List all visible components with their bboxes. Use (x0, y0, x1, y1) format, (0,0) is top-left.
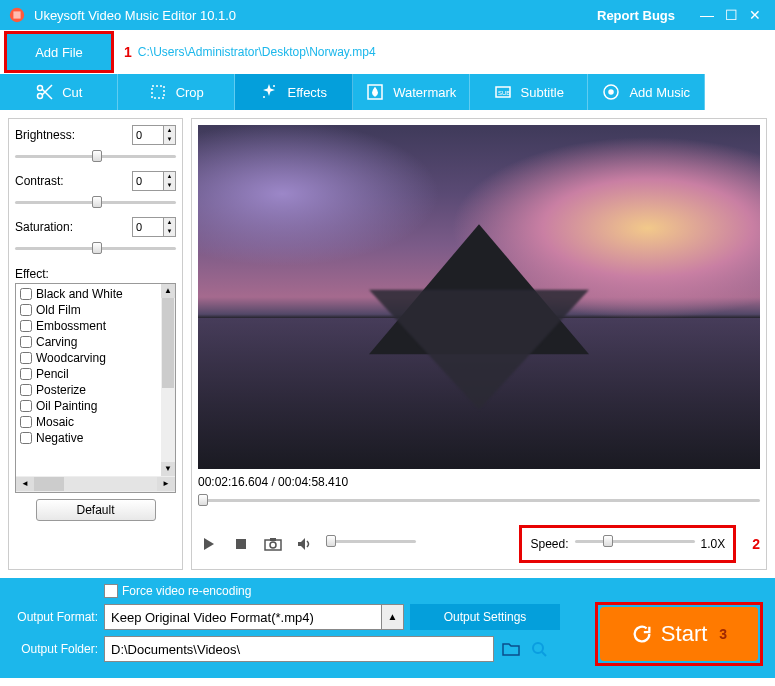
effect-item[interactable]: Oil Painting (18, 398, 159, 414)
tab-watermark[interactable]: Watermark (353, 74, 471, 110)
saturation-up[interactable]: ▲ (163, 218, 175, 227)
output-format-value: Keep Original Video Format(*.mp4) (105, 610, 381, 625)
minimize-button[interactable]: — (695, 5, 719, 25)
contrast-up[interactable]: ▲ (163, 172, 175, 181)
subtitle-icon: SUB (493, 82, 513, 102)
effect-checkbox[interactable] (20, 432, 32, 444)
effect-item[interactable]: Mosaic (18, 414, 159, 430)
saturation-slider[interactable] (15, 239, 176, 257)
saturation-input[interactable] (133, 218, 163, 236)
effect-checkbox[interactable] (20, 400, 32, 412)
contrast-spinbox[interactable]: ▲▼ (132, 171, 176, 191)
scroll-thumb[interactable] (162, 298, 174, 388)
effect-checkbox[interactable] (20, 368, 32, 380)
effect-checkbox[interactable] (20, 288, 32, 300)
scroll-left-button[interactable]: ◄ (16, 477, 34, 491)
effect-name: Black and White (36, 287, 123, 301)
default-button[interactable]: Default (36, 499, 156, 521)
effect-checkbox[interactable] (20, 336, 32, 348)
report-bugs-link[interactable]: Report Bugs (597, 8, 675, 23)
saturation-down[interactable]: ▼ (163, 227, 175, 236)
effect-name: Mosaic (36, 415, 74, 429)
brightness-slider[interactable] (15, 147, 176, 165)
stop-button[interactable] (230, 535, 252, 553)
output-format-combo[interactable]: Keep Original Video Format(*.mp4) ▲ (104, 604, 404, 630)
effect-item[interactable]: Carving (18, 334, 159, 350)
tab-subtitle[interactable]: SUB Subtitle (470, 74, 588, 110)
tab-add-music-label: Add Music (629, 85, 690, 100)
scroll-up-button[interactable]: ▲ (161, 284, 175, 298)
app-logo-icon (8, 6, 26, 24)
brightness-input[interactable] (133, 126, 163, 144)
effect-item[interactable]: Embossment (18, 318, 159, 334)
play-button[interactable] (198, 535, 220, 553)
effect-item[interactable]: Pencil (18, 366, 159, 382)
force-reencoding-checkbox[interactable] (104, 584, 118, 598)
effect-item[interactable]: Woodcarving (18, 350, 159, 366)
preview-panel: 00:02:16.604 / 00:04:58.410 Speed: 1.0X … (191, 118, 767, 570)
timecode: 00:02:16.604 / 00:04:58.410 (198, 475, 760, 489)
contrast-input[interactable] (133, 172, 163, 190)
tab-cut[interactable]: Cut (0, 74, 118, 110)
output-settings-button[interactable]: Output Settings (410, 604, 560, 630)
sparkle-icon (259, 82, 279, 102)
output-format-label: Output Format: (10, 610, 98, 624)
effect-checkbox[interactable] (20, 352, 32, 364)
combo-dropdown-icon[interactable]: ▲ (381, 605, 403, 629)
add-file-button[interactable]: Add File (7, 34, 111, 70)
snapshot-button[interactable] (262, 535, 284, 553)
svg-rect-1 (13, 11, 20, 18)
app-title: Ukeysoft Video Music Editor 10.1.0 (34, 8, 597, 23)
effect-name: Posterize (36, 383, 86, 397)
contrast-slider[interactable] (15, 193, 176, 211)
saturation-spinbox[interactable]: ▲▼ (132, 217, 176, 237)
volume-button[interactable] (294, 535, 316, 553)
contrast-down[interactable]: ▼ (163, 181, 175, 190)
seek-slider[interactable] (198, 491, 760, 509)
volume-slider[interactable] (326, 532, 416, 550)
brightness-label: Brightness: (15, 128, 132, 142)
refresh-icon (631, 623, 653, 645)
effect-item[interactable]: Black and White (18, 286, 159, 302)
effect-item[interactable]: Negative (18, 430, 159, 446)
effect-checkbox[interactable] (20, 304, 32, 316)
brightness-spinbox[interactable]: ▲▼ (132, 125, 176, 145)
contrast-label: Contrast: (15, 174, 132, 188)
svg-point-14 (270, 542, 276, 548)
effect-item[interactable]: Posterize (18, 382, 159, 398)
brightness-up[interactable]: ▲ (163, 126, 175, 135)
effect-vscrollbar[interactable]: ▲ ▼ (161, 284, 175, 476)
effect-checkbox[interactable] (20, 320, 32, 332)
scissors-icon (34, 82, 54, 102)
effect-name: Negative (36, 431, 83, 445)
hscroll-thumb[interactable] (34, 477, 64, 491)
brightness-down[interactable]: ▼ (163, 135, 175, 144)
output-folder-input[interactable]: D:\Documents\Videos\ (104, 636, 494, 662)
effect-checkbox[interactable] (20, 384, 32, 396)
scroll-down-button[interactable]: ▼ (161, 462, 175, 476)
annotation-label-1: 1 (124, 44, 132, 60)
start-button[interactable]: Start 3 (600, 607, 758, 661)
file-bar: Add File 1 C:\Users\Administrator\Deskto… (0, 30, 775, 74)
tab-effects[interactable]: Effects (235, 74, 353, 110)
effect-name: Embossment (36, 319, 106, 333)
annotation-box-3: Start 3 (595, 602, 763, 666)
browse-folder-button[interactable] (500, 638, 522, 660)
bottom-bar: Force video re-encoding Output Format: K… (0, 578, 775, 678)
tab-effects-label: Effects (287, 85, 327, 100)
svg-point-11 (609, 90, 613, 94)
effect-hscrollbar[interactable]: ◄ ► (16, 476, 175, 492)
output-folder-label: Output Folder: (10, 642, 98, 656)
effect-name: Old Film (36, 303, 81, 317)
close-button[interactable]: ✕ (743, 5, 767, 25)
effect-item[interactable]: Old Film (18, 302, 159, 318)
open-folder-button[interactable] (528, 638, 550, 660)
speed-slider[interactable] (575, 532, 695, 550)
tab-add-music[interactable]: Add Music (588, 74, 706, 110)
effect-checkbox[interactable] (20, 416, 32, 428)
effect-list: Black and WhiteOld FilmEmbossmentCarving… (15, 283, 176, 493)
scroll-right-button[interactable]: ► (157, 477, 175, 491)
tab-crop[interactable]: Crop (118, 74, 236, 110)
effect-name: Oil Painting (36, 399, 97, 413)
maximize-button[interactable]: ☐ (719, 5, 743, 25)
